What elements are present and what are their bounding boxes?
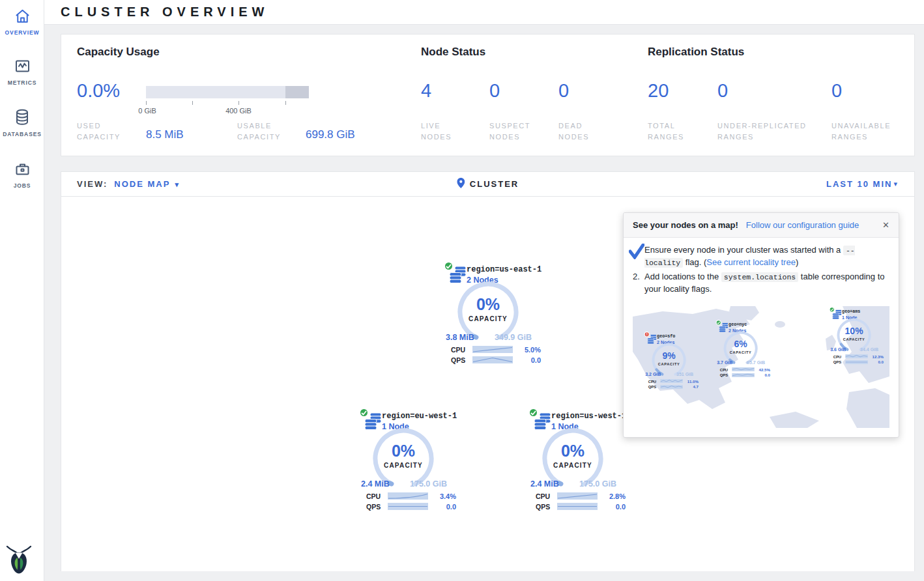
cpu-sparkline [557,492,598,500]
capacity-tick-400: 400 GiB [225,107,252,115]
used-capacity-value: 8.5 MiB [146,128,184,141]
cpu-sparkline [472,346,513,353]
live-nodes-value: 4 [421,80,431,102]
capacity-caption: CAPACITY [540,462,605,469]
capacity-percent: 0% [540,442,605,461]
under-replicated-ranges-value: 0 [717,80,728,102]
locality-label: geo=sfo [657,334,675,339]
qps-value: 0.0 [446,503,456,511]
locality-tree-link[interactable]: See current locality tree [706,257,796,267]
qps-sparkline [557,503,598,510]
metrics-icon [14,66,31,77]
capacity-percent: 0% [371,442,436,461]
breadcrumb-cluster[interactable]: CLUSTER [470,179,519,189]
suspect-nodes-label: SUSPECT NODES [489,120,541,143]
qps-sparkline [472,356,513,363]
live-nodes-label: LIVE NODES [421,120,473,143]
page-header: CLUSTER OVERVIEW [44,0,924,25]
qps-sparkline [388,503,428,510]
cpu-value: 5.0% [525,346,541,354]
qps-value: 0.0 [531,356,541,364]
cluster-summary-card: Capacity Usage 0.0% 0 GiB 400 GiB USED C… [61,34,915,156]
used-capacity: 2.4 MiB [530,479,559,489]
node-map-card: VIEW: NODE MAP ▾ CLUSTER LAST 10 MIN ▾ [61,171,915,571]
sidebar-item-overview[interactable]: OVERVIEW [0,8,44,36]
time-range-selector[interactable]: LAST 10 MIN ▾ [826,172,897,196]
page-title: CLUSTER OVERVIEW [61,5,268,20]
capacity-caption: CAPACITY [371,462,436,469]
unavailable-ranges-label: UNAVAILABLE RANGES [831,120,910,143]
locality-label: geo=ams [842,309,860,315]
example-node-map-thumbnail: ! geo=sfo 2 Nodes 9% CAPACITY [633,306,889,428]
dead-nodes-value: 0 [558,80,569,102]
sidebar-item-jobs[interactable]: JOBS [0,160,44,189]
locality-label: region=us-east-1 [467,265,541,274]
check-icon [629,244,644,263]
configuration-guide-link[interactable]: Follow our configuration guide [746,220,859,230]
status-ok-icon [359,408,369,418]
sidebar: OVERVIEW METRICS DATABASES [0,0,44,581]
usable-capacity-label: USABLE CAPACITY [237,120,299,143]
capacity-used-percent: 0.0% [77,80,120,102]
qps-label: QPS [536,503,557,511]
replication-status-title: Replication Status [648,46,744,59]
view-bar: VIEW: NODE MAP ▾ CLUSTER LAST 10 MIN ▾ [61,172,914,197]
popup-title: See your nodes on a map! [633,220,738,230]
cpu-label: CPU [451,346,472,354]
qps-label: QPS [366,503,388,511]
sidebar-item-databases[interactable]: DATABASES [0,108,44,137]
used-capacity: 2.4 MiB [361,479,390,489]
view-selector[interactable]: NODE MAP ▾ [114,179,180,189]
cockroach-logo[interactable] [6,545,32,577]
capacity-bar: 0 GiB 400 GiB [146,86,309,98]
chevron-down-icon: ▾ [893,180,897,188]
qps-label: QPS [451,356,472,364]
node-status-title: Node Status [421,46,485,59]
system-locations-code: system.locations [721,272,798,282]
total-capacity: 349.9 GiB [495,333,532,342]
status-ok-icon [528,408,538,418]
cpu-value: 3.4% [440,492,456,500]
map-pin-icon [457,178,465,191]
capacity-caption: CAPACITY [455,315,521,322]
total-capacity: 175.0 GiB [410,479,447,489]
capacity-usage-title: Capacity Usage [77,46,160,59]
total-ranges-label: TOTAL RANGES [648,120,700,143]
sidebar-item-metrics[interactable]: METRICS [0,57,44,86]
status-ok-icon [444,261,454,271]
suspect-nodes-value: 0 [489,80,500,102]
database-icon [14,117,31,128]
chevron-down-icon: ▾ [171,180,180,188]
view-label: VIEW: [77,179,108,189]
under-replicated-ranges-label: UNDER-REPLICATED RANGES [717,120,822,143]
dead-nodes-label: DEAD NODES [558,120,611,143]
cpu-label: CPU [366,492,388,500]
capacity-tick-0: 0 GiB [138,107,156,115]
usable-capacity-value: 699.8 GiB [306,128,355,141]
locality-label: geo=nyc [729,322,747,328]
used-capacity: 3.8 MiB [446,333,474,342]
capacity-percent: 0% [455,295,521,314]
unavailable-ranges-value: 0 [831,80,842,102]
cpu-label: CPU [536,492,557,500]
capacity-bar-reserved-segment [285,86,309,98]
cluster-overview-page: OVERVIEW METRICS DATABASES [0,0,924,581]
locality-label: region=us-west-1 [551,412,626,421]
locality-label: region=eu-west-1 [382,412,457,421]
used-capacity-label: USED CAPACITY [77,120,136,143]
sidebar-item-label: DATABASES [0,131,44,137]
briefcase-icon [14,169,31,180]
home-icon [14,16,31,27]
sidebar-item-label: JOBS [0,182,44,189]
cpu-value: 2.8% [609,492,626,500]
close-icon[interactable]: ✕ [882,220,889,230]
qps-value: 0.0 [616,503,626,511]
setup-step-2: 2. Add locations to the system.locations… [633,271,889,296]
node-map-setup-popup: See your nodes on a map! Follow our conf… [623,212,899,438]
sidebar-item-label: OVERVIEW [0,29,44,36]
total-ranges-value: 20 [648,80,669,102]
setup-step-1: Ensure every node in your cluster was st… [633,244,889,269]
sidebar-item-label: METRICS [0,79,44,86]
total-capacity: 175.0 GiB [579,479,616,489]
cpu-sparkline [388,492,428,500]
